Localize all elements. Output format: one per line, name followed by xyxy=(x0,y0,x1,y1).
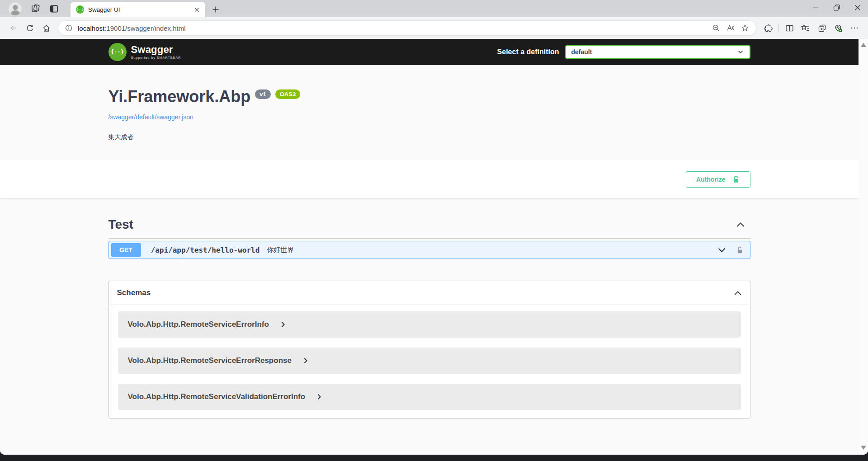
address-bar[interactable]: localhost:19001/swagger/index.html xyxy=(58,20,756,36)
read-aloud-button[interactable] xyxy=(723,21,738,35)
schemas-title: Schemas xyxy=(117,288,151,297)
refresh-icon xyxy=(25,24,35,33)
tab-close-button[interactable] xyxy=(192,5,202,14)
oas3-badge: OAS3 xyxy=(275,89,300,99)
read-aloud-icon xyxy=(726,24,735,33)
close-icon xyxy=(853,3,863,13)
swagger-logo[interactable]: Swagger Supported by SMARTBEAR xyxy=(108,43,181,61)
chevron-down-icon[interactable] xyxy=(717,247,726,253)
tab-actions-button[interactable] xyxy=(45,0,63,17)
unlocked-padlock-icon xyxy=(732,175,740,183)
ellipsis-icon xyxy=(849,23,859,33)
plus-icon xyxy=(212,6,219,13)
select-definition-label: Select a definition xyxy=(497,48,559,56)
extensions-button[interactable] xyxy=(760,20,776,36)
model-remote-service-error-info[interactable]: Volo.Abp.Http.RemoteServiceErrorInfo xyxy=(118,311,741,338)
minimize-button[interactable] xyxy=(806,0,826,15)
chevron-right-icon xyxy=(303,358,308,364)
close-icon xyxy=(194,7,199,12)
collapse-schemas-button[interactable] xyxy=(734,290,742,296)
page-scrollbar[interactable] xyxy=(859,39,868,455)
close-window-button[interactable] xyxy=(847,0,868,15)
chevron-down-icon xyxy=(737,48,744,56)
zoom-out-icon xyxy=(712,24,721,33)
back-arrow-icon xyxy=(9,23,19,33)
new-tab-button[interactable] xyxy=(208,2,223,17)
url-text[interactable]: localhost:19001/swagger/index.html xyxy=(78,24,185,32)
authorize-button[interactable]: Authorize xyxy=(686,171,750,188)
operation-auth-lock-button[interactable] xyxy=(736,246,744,254)
scheme-container: Authorize xyxy=(0,160,859,198)
definition-select-value: default xyxy=(571,48,737,56)
restore-button[interactable] xyxy=(826,0,847,15)
model-title: Volo.Abp.Http.RemoteServiceValidationErr… xyxy=(128,392,306,401)
test-tag-title: Test xyxy=(108,217,134,232)
model-remote-service-validation-error-info[interactable]: Volo.Abp.Http.RemoteServiceValidationErr… xyxy=(118,384,741,410)
browser-tab-strip: Swagger UI xyxy=(0,0,868,17)
collapse-test-button[interactable] xyxy=(736,221,745,228)
favorite-this-page-button[interactable] xyxy=(738,21,752,35)
vertical-tabs-icon xyxy=(49,4,59,14)
home-button[interactable] xyxy=(38,20,54,36)
schemas-wrapper: Schemas Volo.Abp.Http.RemoteServiceError… xyxy=(99,281,760,419)
home-icon xyxy=(42,24,51,33)
version-badge: v1 xyxy=(255,89,270,99)
browser-tab-swagger-ui[interactable]: Swagger UI xyxy=(71,2,205,17)
profile-avatar-icon xyxy=(9,2,22,15)
scroll-up-arrow-icon[interactable] xyxy=(861,43,866,47)
api-title: Yi.Framework.Abp xyxy=(108,88,251,106)
zoom-out-button[interactable] xyxy=(709,21,723,35)
swagger-logo-text: Swagger xyxy=(131,45,181,55)
split-screen-icon xyxy=(785,24,794,33)
spec-json-link[interactable]: /swagger/default/swagger.json xyxy=(108,113,193,121)
workspaces-icon xyxy=(30,3,41,14)
operation-description: 你好世界 xyxy=(267,246,294,254)
schemas-list: Volo.Abp.Http.RemoteServiceErrorInfo Vol… xyxy=(109,305,750,418)
window-controls xyxy=(806,0,868,15)
http-method-badge: GET xyxy=(111,243,141,257)
authorize-button-label: Authorize xyxy=(696,176,726,183)
gray-unlocked-padlock-icon xyxy=(736,246,744,254)
chevron-up-icon xyxy=(736,221,745,228)
swagger-favicon-icon xyxy=(76,5,84,14)
minimize-icon xyxy=(811,3,821,13)
chevron-right-icon xyxy=(317,394,321,400)
tab-title: Swagger UI xyxy=(88,6,192,13)
collections-button[interactable] xyxy=(814,20,830,36)
chevron-right-icon xyxy=(281,321,285,328)
swagger-logo-subtext: Supported by SMARTBEAR xyxy=(131,56,181,60)
refresh-button[interactable] xyxy=(22,20,38,36)
browser-toolbar: localhost:19001/swagger/index.html xyxy=(0,17,868,39)
collections-icon xyxy=(817,24,827,33)
site-info-icon[interactable] xyxy=(65,24,73,32)
schemas-section: Schemas Volo.Abp.Http.RemoteServiceError… xyxy=(108,281,750,419)
browser-window: Swagger UI xyxy=(0,0,868,455)
get-hello-world-operation[interactable]: GET /api/app/test/hello-world 你好世界 xyxy=(108,241,750,259)
api-description: 集大成者 xyxy=(108,133,750,141)
api-info-section: Yi.Framework.Abp v1 OAS3 /swagger/defaul… xyxy=(99,65,760,141)
definition-select[interactable]: default xyxy=(565,45,750,59)
swagger-body: Yi.Framework.Abp v1 OAS3 /swagger/defaul… xyxy=(0,65,859,455)
model-title: Volo.Abp.Http.RemoteServiceErrorResponse xyxy=(128,356,292,365)
toolbar-divider xyxy=(778,24,779,33)
url-path: :19001/swagger/index.html xyxy=(104,24,185,32)
split-screen-button[interactable] xyxy=(781,20,797,36)
profile-button[interactable] xyxy=(5,0,26,17)
page-viewport: Swagger Supported by SMARTBEAR Select a … xyxy=(0,39,868,455)
swagger-topbar: Swagger Supported by SMARTBEAR Select a … xyxy=(0,39,859,65)
star-icon xyxy=(741,24,750,33)
settings-menu-button[interactable] xyxy=(846,20,863,36)
favorites-button[interactable] xyxy=(797,20,814,36)
chevron-up-icon xyxy=(734,290,742,296)
browser-essentials-button[interactable] xyxy=(830,20,846,36)
schemas-header[interactable]: Schemas xyxy=(109,281,750,305)
back-button[interactable] xyxy=(5,20,22,36)
workspaces-button[interactable] xyxy=(26,0,45,17)
test-tag-header[interactable]: Test xyxy=(108,215,750,239)
url-host: localhost xyxy=(78,24,104,32)
restore-icon xyxy=(832,3,842,13)
scroll-down-arrow-icon[interactable] xyxy=(861,446,866,450)
extensions-puzzle-icon xyxy=(764,24,773,33)
model-remote-service-error-response[interactable]: Volo.Abp.Http.RemoteServiceErrorResponse xyxy=(118,348,741,374)
model-title: Volo.Abp.Http.RemoteServiceErrorInfo xyxy=(128,320,269,329)
